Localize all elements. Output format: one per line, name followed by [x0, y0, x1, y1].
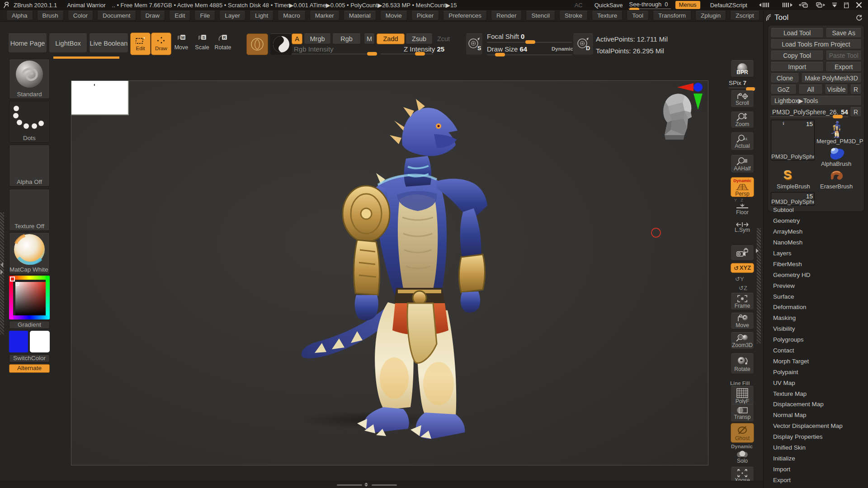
- restore-config-icon[interactable]: [856, 14, 863, 21]
- focal-shift-handle[interactable]: [525, 40, 535, 44]
- menu-item[interactable]: Stencil: [526, 11, 555, 20]
- divider-right-icon[interactable]: [779, 2, 793, 8]
- menu-item[interactable]: Tool: [627, 11, 649, 20]
- axis-gizmo[interactable]: [676, 82, 708, 112]
- tool-section-header[interactable]: Unified Skin: [768, 442, 864, 453]
- active-tool-handle[interactable]: [833, 115, 843, 118]
- sv-cursor[interactable]: [15, 282, 19, 286]
- load-tools-from-project-button[interactable]: Load Tools From Project: [770, 39, 862, 49]
- actual-button[interactable]: x1 Actual: [731, 132, 754, 150]
- camera-lock-button[interactable]: [731, 245, 754, 261]
- rotate-y-button[interactable]: ↺Y: [735, 276, 744, 282]
- move-3d-button[interactable]: Move: [731, 313, 754, 329]
- tool-section-header[interactable]: Geometry HD: [768, 269, 864, 280]
- tool-section-header[interactable]: ArrayMesh: [768, 226, 864, 237]
- tool-section-header[interactable]: Initialize: [768, 453, 864, 464]
- tool-section-header[interactable]: Geometry: [768, 216, 864, 226]
- move-button[interactable]: M Move: [172, 33, 191, 51]
- aahalf-button[interactable]: AAHalf: [731, 155, 754, 173]
- sculpted-character[interactable]: [289, 91, 524, 443]
- transp-button[interactable]: Transp: [731, 404, 754, 422]
- menu-item[interactable]: Zscript: [730, 11, 760, 20]
- switchcolor-button[interactable]: SwitchColor: [9, 354, 50, 362]
- rgb-toggle[interactable]: Rgb: [332, 33, 361, 44]
- focal-shift-slider[interactable]: Focal Shift 0: [487, 33, 524, 40]
- tool-thumb-last[interactable]: 15 PM3D_PolySpher: [771, 192, 815, 206]
- mrgb-toggle[interactable]: Mrgb: [304, 33, 331, 44]
- canvas-area[interactable]: [53, 59, 727, 481]
- z-intensity-track[interactable]: [381, 54, 433, 54]
- tool-section-header[interactable]: FiberMesh: [768, 258, 864, 269]
- spix-slider[interactable]: SPix 7: [729, 80, 756, 88]
- solo-button[interactable]: Solo: [731, 449, 754, 465]
- see-through-slider[interactable]: See-through 0: [628, 1, 671, 9]
- gradient-toggle[interactable]: Gradient: [9, 321, 50, 329]
- menu-item[interactable]: Document: [97, 11, 136, 20]
- scroll-button[interactable]: Scroll: [731, 90, 754, 108]
- copy-tool-button[interactable]: Copy Tool: [770, 51, 824, 61]
- depth-tile[interactable]: D: [573, 33, 594, 55]
- menu-item[interactable]: Zplugin: [695, 11, 726, 20]
- sv-square[interactable]: [15, 282, 46, 315]
- xyz-rotate-button[interactable]: ↺XYZ: [731, 263, 754, 273]
- export-button[interactable]: Export: [826, 62, 862, 72]
- brush-standard[interactable]: Standard: [9, 59, 50, 99]
- goz-button[interactable]: GoZ: [770, 84, 797, 94]
- menu-item[interactable]: Edit: [169, 11, 190, 20]
- divider-left-icon[interactable]: [759, 2, 773, 8]
- make-polymesh3d-button[interactable]: Make PolyMesh3D: [801, 73, 862, 83]
- tool-section-header[interactable]: Layers: [768, 248, 864, 259]
- live-boolean-button[interactable]: Live Boolean: [89, 33, 128, 53]
- tool-section-header[interactable]: Normal Map: [768, 410, 864, 421]
- alpha-off[interactable]: Alpha Off: [9, 145, 50, 187]
- m-toggle[interactable]: M: [364, 33, 375, 44]
- left-tray-divider[interactable]: [0, 212, 4, 334]
- tool-section-header[interactable]: Morph Target: [768, 356, 864, 366]
- rgb-intensity-track[interactable]: [292, 54, 376, 54]
- stroke-dots[interactable]: Dots: [9, 101, 50, 143]
- eraserbrush-label[interactable]: EraserBrush: [820, 183, 853, 190]
- bpr-button[interactable]: BPR: [731, 60, 754, 77]
- edit-button[interactable]: Edit: [130, 33, 151, 55]
- tool-section-header[interactable]: NanoMesh: [768, 237, 864, 248]
- matcap-current[interactable]: MatCap White Ca: [9, 232, 50, 274]
- menu-item[interactable]: Texture: [592, 11, 623, 20]
- menus-button[interactable]: Menus: [675, 1, 700, 9]
- menu-item[interactable]: Light: [250, 11, 274, 20]
- menu-item[interactable]: File: [194, 11, 215, 20]
- layout-prev-icon[interactable]: [799, 2, 809, 8]
- menu-item[interactable]: Movie: [380, 11, 407, 20]
- zsub-toggle[interactable]: Zsub: [406, 33, 433, 44]
- simplebrush-label[interactable]: SimpleBrush: [777, 183, 810, 190]
- z-intensity-slider[interactable]: Z Intensity 25: [404, 45, 444, 53]
- canvas-scroll-arrows[interactable]: [364, 483, 368, 487]
- merged-tool-label[interactable]: Merged_PM3D_P: [816, 138, 866, 145]
- restore-icon[interactable]: [844, 2, 850, 8]
- menu-item[interactable]: Picker: [411, 11, 439, 20]
- color-picker[interactable]: [9, 276, 50, 319]
- zcut-toggle[interactable]: Zcut: [434, 33, 453, 44]
- menu-item[interactable]: Draw: [140, 11, 165, 20]
- load-tool-button[interactable]: Load Tool: [770, 28, 824, 38]
- alternate-button[interactable]: Alternate: [9, 364, 50, 373]
- tool-section-header[interactable]: Masking: [768, 313, 864, 324]
- default-zscript-button[interactable]: DefaultZScript: [710, 2, 747, 9]
- close-icon[interactable]: [856, 2, 862, 8]
- ghost-button[interactable]: Ghost: [731, 423, 754, 443]
- tool-section-header[interactable]: Preview: [768, 280, 864, 291]
- rotate-z-button[interactable]: ↺Z: [739, 285, 747, 291]
- tool-thumb-selected[interactable]: 15 PM3D_PolySpher: [771, 120, 815, 160]
- frame-button[interactable]: Frame: [731, 293, 754, 310]
- rgb-intensity-slider[interactable]: Rgb Intensity: [294, 45, 334, 53]
- paste-tool-button[interactable]: Paste Tool: [826, 51, 862, 61]
- zoom3d-button[interactable]: Zoom3D: [731, 332, 754, 349]
- merged-tool-preview[interactable]: [828, 120, 844, 138]
- ac-toggle[interactable]: AC: [575, 2, 583, 9]
- dynamic-mode-label[interactable]: Dynamic: [552, 46, 573, 52]
- secondary-color-swatch[interactable]: [30, 331, 50, 352]
- tool-section-header[interactable]: Displacement Map: [768, 399, 864, 410]
- document-canvas[interactable]: [71, 80, 708, 465]
- tool-section-header[interactable]: Display Properties: [768, 432, 864, 442]
- palette-claw-icon[interactable]: [765, 14, 772, 21]
- home-page-button[interactable]: Home Page: [8, 33, 47, 53]
